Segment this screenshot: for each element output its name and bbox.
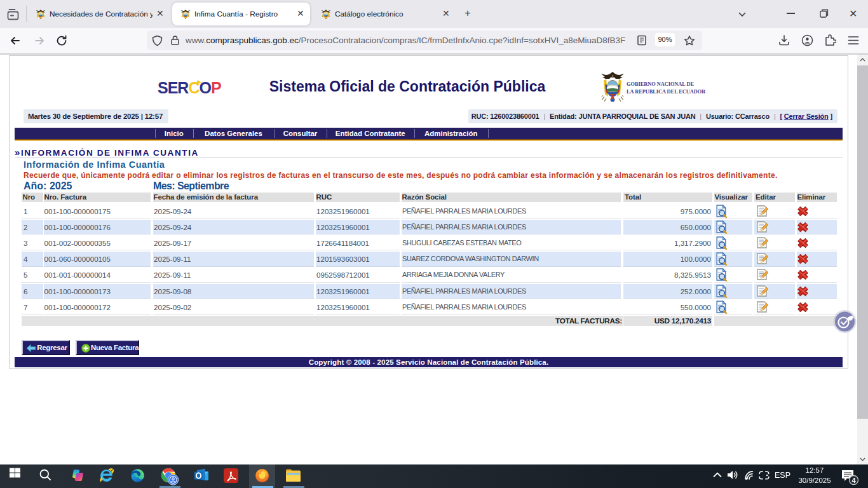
svg-text:4: 4 [851, 477, 856, 484]
